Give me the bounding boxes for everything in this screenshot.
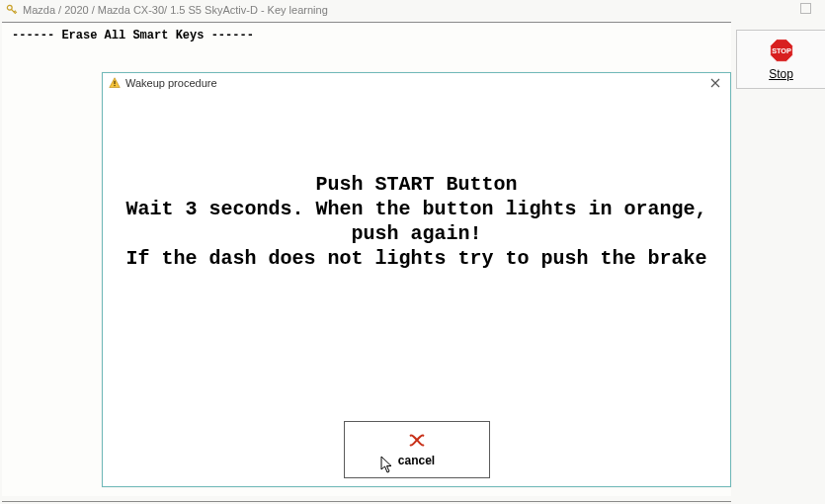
warning-icon [109, 77, 121, 89]
cancel-button[interactable]: cancel [344, 421, 490, 478]
app-title: Mazda / 2020 / Mazda CX-30/ 1.5 S5 SkyAc… [23, 4, 328, 16]
svg-rect-4 [114, 85, 115, 86]
dialog-instructions: Push START Button Wait 3 seconds. When t… [103, 172, 730, 271]
svg-point-0 [7, 5, 12, 10]
dialog-body: Push START Button Wait 3 seconds. When t… [103, 93, 730, 412]
dialog-title: Wakeup procedure [125, 77, 217, 89]
app-titlebar: Mazda / 2020 / Mazda CX-30/ 1.5 S5 SkyAc… [0, 0, 825, 20]
app-key-icon [6, 4, 18, 16]
stop-icon-text: STOP [772, 46, 791, 55]
svg-rect-3 [114, 81, 115, 84]
cancel-label: cancel [398, 454, 435, 467]
wakeup-dialog: Wakeup procedure Push START Button Wait … [102, 72, 731, 487]
dialog-footer: cancel [103, 412, 730, 486]
stop-icon: STOP [769, 38, 794, 63]
dialog-titlebar: Wakeup procedure [103, 73, 730, 93]
maximize-icon[interactable] [800, 3, 811, 14]
cancel-x-icon [408, 432, 426, 450]
stop-panel[interactable]: STOP Stop [736, 30, 825, 89]
log-line-erase: ------ Erase All Smart Keys ------ [12, 29, 721, 42]
stop-label: Stop [769, 67, 793, 81]
content-bottom-divider [2, 501, 731, 502]
close-icon [710, 78, 720, 88]
dialog-close-button[interactable] [706, 75, 724, 91]
